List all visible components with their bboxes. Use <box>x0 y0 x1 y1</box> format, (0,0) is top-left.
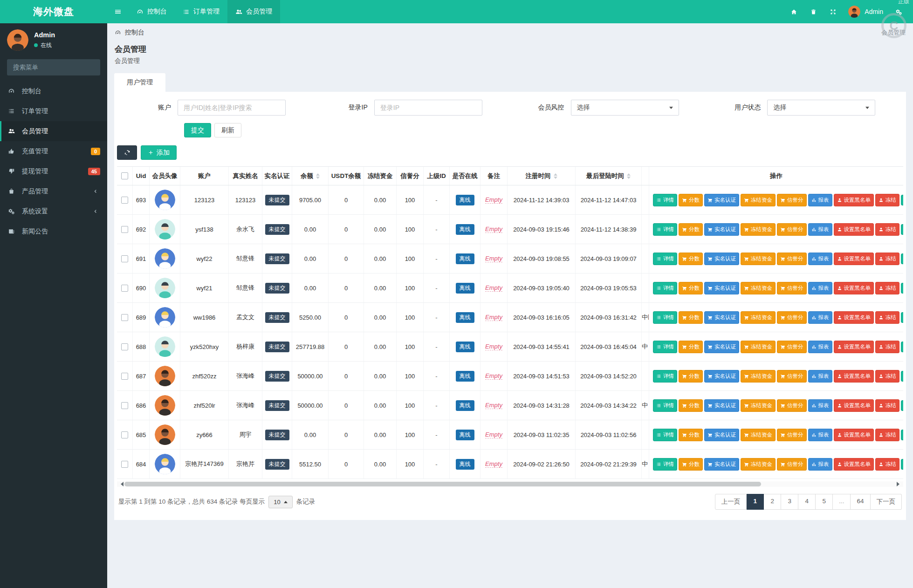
navbar-user-menu[interactable]: Admin <box>843 0 889 23</box>
action-报表[interactable]: 报表 <box>808 341 832 353</box>
action-设置黑名单[interactable]: 设置黑名单 <box>834 458 874 471</box>
remark-editable-link[interactable]: Empty <box>485 460 502 468</box>
sidebar-toggle-button[interactable] <box>107 0 129 23</box>
row-checkbox[interactable] <box>121 343 128 350</box>
action-详情[interactable]: 详情 <box>653 282 677 294</box>
pagination-button-64[interactable]: 64 <box>851 494 870 510</box>
row-checkbox[interactable] <box>121 226 128 233</box>
action-冻结资金[interactable]: 冻结资金 <box>741 311 776 324</box>
action-分数[interactable]: 分数 <box>679 253 703 265</box>
action-设置黑名单[interactable]: 设置黑名单 <box>834 194 874 206</box>
action-实名认证[interactable]: 实名认证 <box>704 370 739 383</box>
edit-button[interactable] <box>901 400 903 411</box>
action-设置黑名单[interactable]: 设置黑名单 <box>834 429 874 441</box>
action-冻结[interactable]: 冻结 <box>875 341 899 353</box>
action-实名认证[interactable]: 实名认证 <box>704 223 739 236</box>
action-分数[interactable]: 分数 <box>679 429 703 441</box>
action-实名认证[interactable]: 实名认证 <box>704 194 739 206</box>
submit-button[interactable]: 提交 <box>184 123 211 137</box>
brand-logo[interactable]: 海外微盘 <box>0 0 107 23</box>
sidebar-item-订单管理[interactable]: 订单管理 <box>0 101 107 121</box>
remark-editable-link[interactable]: Empty <box>485 431 502 438</box>
select-all-checkbox[interactable] <box>121 172 128 179</box>
sidebar-item-产品管理[interactable]: 产品管理 <box>0 181 107 201</box>
action-信誉分[interactable]: 信誉分 <box>777 399 807 412</box>
row-checkbox[interactable] <box>121 197 128 204</box>
breadcrumb-home-link[interactable]: 控制台 <box>115 28 144 37</box>
action-详情[interactable]: 详情 <box>653 370 677 383</box>
page-size-dropdown[interactable]: 10 <box>268 496 292 508</box>
row-checkbox[interactable] <box>121 431 128 438</box>
row-checkbox[interactable] <box>121 255 128 262</box>
expand-button[interactable] <box>823 0 843 23</box>
action-详情[interactable]: 详情 <box>653 194 677 206</box>
action-实名认证[interactable]: 实名认证 <box>704 253 739 265</box>
action-设置黑名单[interactable]: 设置黑名单 <box>834 341 874 353</box>
action-分数[interactable]: 分数 <box>679 311 703 324</box>
action-报表[interactable]: 报表 <box>808 399 832 412</box>
scrollbar-thumb[interactable] <box>124 482 761 486</box>
action-实名认证[interactable]: 实名认证 <box>704 399 739 412</box>
action-实名认证[interactable]: 实名认证 <box>704 341 739 353</box>
action-信誉分[interactable]: 信誉分 <box>777 429 807 441</box>
tab-user-management[interactable]: 用户管理 <box>114 73 165 92</box>
action-设置黑名单[interactable]: 设置黑名单 <box>834 311 874 324</box>
action-冻结资金[interactable]: 冻结资金 <box>741 429 776 441</box>
user-status-select[interactable]: 选择 <box>767 100 875 116</box>
login-ip-input[interactable] <box>374 100 482 116</box>
action-详情[interactable]: 详情 <box>653 253 677 265</box>
remark-editable-link[interactable]: Empty <box>485 402 502 409</box>
scroll-left-arrow-icon[interactable] <box>118 482 124 486</box>
action-冻结资金[interactable]: 冻结资金 <box>741 253 776 265</box>
action-冻结[interactable]: 冻结 <box>875 399 899 412</box>
action-设置黑名单[interactable]: 设置黑名单 <box>834 370 874 383</box>
action-冻结[interactable]: 冻结 <box>875 311 899 324</box>
pagination-button-5[interactable]: 5 <box>816 494 833 510</box>
remark-editable-link[interactable]: Empty <box>485 255 502 262</box>
column-header-余额[interactable]: 余额 <box>292 167 329 185</box>
column-header-注册时间[interactable]: 注册时间 <box>508 167 576 185</box>
action-实名认证[interactable]: 实名认证 <box>704 429 739 441</box>
action-冻结资金[interactable]: 冻结资金 <box>741 223 776 236</box>
action-详情[interactable]: 详情 <box>653 311 677 324</box>
action-信誉分[interactable]: 信誉分 <box>777 311 807 324</box>
action-冻结[interactable]: 冻结 <box>875 282 899 294</box>
edit-button[interactable] <box>901 430 903 440</box>
scroll-right-arrow-icon[interactable] <box>897 482 902 486</box>
edit-button[interactable] <box>901 283 903 294</box>
action-冻结资金[interactable]: 冻结资金 <box>741 370 776 383</box>
action-冻结资金[interactable]: 冻结资金 <box>741 282 776 294</box>
action-报表[interactable]: 报表 <box>808 253 832 265</box>
action-详情[interactable]: 详情 <box>653 458 677 471</box>
select-all-header[interactable] <box>117 167 133 185</box>
action-分数[interactable]: 分数 <box>679 458 703 471</box>
reload-table-button[interactable] <box>117 145 137 160</box>
row-checkbox[interactable] <box>121 373 128 380</box>
pagination-button-下一页[interactable]: 下一页 <box>871 494 902 510</box>
action-信誉分[interactable]: 信誉分 <box>777 253 807 265</box>
column-header-最后登陆时间[interactable]: 最后登陆时间 <box>576 167 642 185</box>
navbar-item-会员管理[interactable]: 会员管理 <box>227 0 280 23</box>
action-报表[interactable]: 报表 <box>808 311 832 324</box>
action-设置黑名单[interactable]: 设置黑名单 <box>834 223 874 236</box>
action-冻结资金[interactable]: 冻结资金 <box>741 194 776 206</box>
action-报表[interactable]: 报表 <box>808 370 832 383</box>
action-信誉分[interactable]: 信誉分 <box>777 194 807 206</box>
action-冻结[interactable]: 冻结 <box>875 223 899 236</box>
remark-editable-link[interactable]: Empty <box>485 314 502 321</box>
account-search-input[interactable] <box>178 100 286 116</box>
action-信誉分[interactable]: 信誉分 <box>777 341 807 353</box>
action-报表[interactable]: 报表 <box>808 429 832 441</box>
trash-button[interactable] <box>803 0 823 23</box>
action-信誉分[interactable]: 信誉分 <box>777 370 807 383</box>
action-冻结[interactable]: 冻结 <box>875 370 899 383</box>
row-checkbox[interactable] <box>121 402 128 409</box>
pagination-button-4[interactable]: 4 <box>798 494 816 510</box>
action-分数[interactable]: 分数 <box>679 341 703 353</box>
home-button[interactable] <box>784 0 803 23</box>
edit-button[interactable] <box>901 312 903 323</box>
remark-editable-link[interactable]: Empty <box>485 196 502 204</box>
action-分数[interactable]: 分数 <box>679 399 703 412</box>
pagination-button-3[interactable]: 3 <box>781 494 798 510</box>
add-member-button[interactable]: 添加 <box>141 145 177 160</box>
